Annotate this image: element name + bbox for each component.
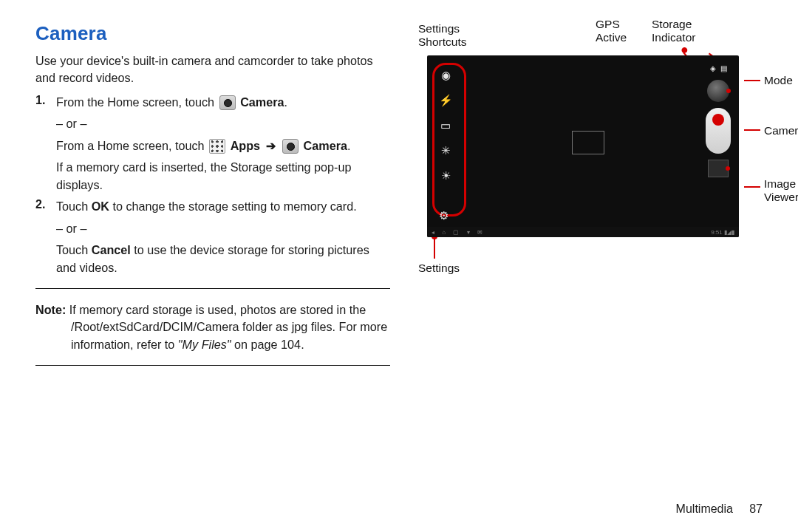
gps-icon: ◈: [710, 64, 716, 72]
arrow-icon: ➔: [266, 139, 276, 152]
camera-screenshot: ◉ ⚡ ▭ ✳ ☀ ⚙ ◈▤ ◂ ⌂ ▢ ▾ ✉ 9:51 ▮◢▮: [427, 55, 739, 237]
step1-camera: Camera: [240, 95, 284, 109]
system-navbar: ◂ ⌂ ▢ ▾ ✉ 9:51 ▮◢▮: [427, 227, 739, 237]
step-number-1: 1.: [35, 94, 45, 107]
self-portrait-icon[interactable]: ◉: [437, 67, 454, 83]
callout-settings: Settings: [418, 262, 460, 275]
status-time: 9:51 ▮◢▮: [711, 229, 734, 236]
leader-settings: [434, 236, 435, 259]
callout-settings-shortcuts: Settings Shortcuts: [418, 22, 477, 50]
gear-icon[interactable]: ⚙: [439, 209, 449, 222]
callout-image-viewer: Image Viewer: [764, 177, 798, 205]
mode-dial[interactable]: [707, 80, 729, 102]
storage-icon: ▤: [720, 64, 727, 72]
or-divider: – or –: [56, 220, 390, 237]
callout-storage-indicator: Storage Indicator: [652, 18, 711, 45]
effects-icon[interactable]: ✳: [437, 143, 454, 159]
step-number-2: 2.: [35, 198, 45, 211]
step1-memcard: If a memory card is inserted, the Storag…: [56, 159, 390, 194]
record-dot-icon: [712, 114, 724, 126]
step2-cancel: Cancel: [92, 243, 131, 256]
section-title: Camera: [35, 22, 390, 45]
callout-mode: Mode: [764, 74, 793, 87]
divider: [35, 288, 390, 289]
flash-icon[interactable]: ⚡: [437, 92, 454, 109]
shortcut-sidebar: ◉ ⚡ ▭ ✳ ☀: [437, 67, 458, 184]
step2-line1b: to change the storage setting to memory …: [109, 200, 357, 213]
apps-icon: [209, 139, 225, 154]
step2-line1a: Touch: [56, 200, 92, 213]
leader-mode: [744, 80, 760, 81]
page-footer: Multimedia 87: [676, 502, 763, 516]
focus-rectangle: [572, 131, 604, 154]
step1-apps: Apps: [231, 139, 260, 152]
annotated-screenshot: Settings Shortcuts GPS Active Storage In…: [411, 22, 765, 259]
camera-icon: [219, 95, 236, 110]
callout-camera: Camera: [764, 124, 798, 137]
camera-icon: [282, 139, 299, 154]
leader-image: [744, 186, 760, 188]
divider: [35, 365, 390, 366]
leader-camera: [744, 129, 760, 131]
callout-gps-active: GPS Active: [596, 18, 640, 45]
or-divider: – or –: [56, 115, 390, 132]
step1-alt-prefix: From a Home screen, touch: [56, 139, 208, 152]
steps-list: 1. From the Home screen, touch Camera. –…: [35, 94, 390, 276]
image-viewer-thumb[interactable]: [708, 160, 729, 177]
intro-paragraph: Use your device's built-in camera and ca…: [35, 52, 390, 86]
nav-icons[interactable]: ◂ ⌂ ▢ ▾ ✉: [432, 229, 485, 236]
step1-camera2: Camera: [304, 139, 347, 152]
step2-ok: OK: [92, 200, 109, 213]
note-paragraph: Note: If memory card storage is used, ph…: [35, 301, 390, 353]
status-icons: ◈▤: [710, 64, 727, 72]
shutter-button[interactable]: [706, 108, 731, 154]
exposure-icon[interactable]: ☀: [437, 168, 454, 184]
step1-prefix: From the Home screen, touch: [56, 95, 218, 109]
shooting-mode-icon[interactable]: ▭: [437, 117, 454, 134]
step2-line2a: Touch: [56, 243, 92, 256]
